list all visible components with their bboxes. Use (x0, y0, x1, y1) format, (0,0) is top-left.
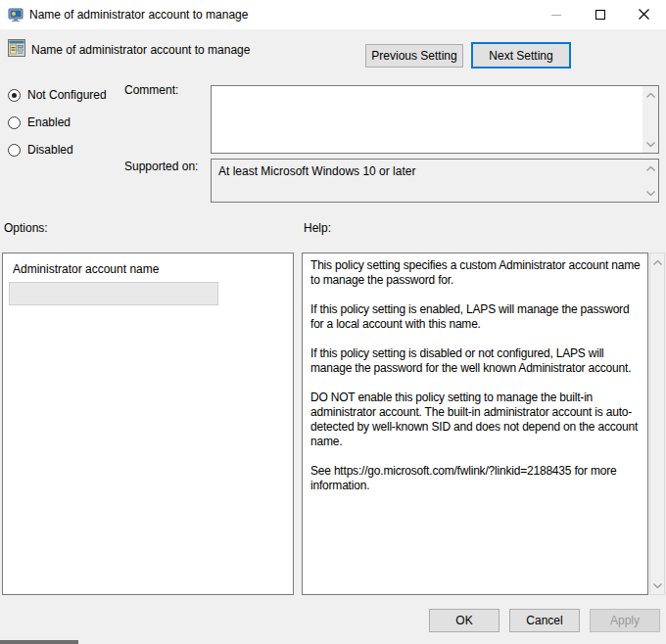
radio-label: Disabled (27, 143, 73, 157)
policy-setting-icon (8, 39, 25, 57)
minimize-button[interactable] (534, 0, 578, 29)
app-icon (8, 7, 24, 23)
help-label: Help: (304, 221, 331, 235)
comment-scrollbar[interactable] (642, 86, 658, 153)
options-label: Options: (4, 221, 48, 235)
radio-label: Enabled (27, 115, 71, 129)
minimize-icon (551, 15, 561, 16)
comment-label: Comment: (124, 83, 178, 97)
comment-box (211, 85, 659, 154)
admin-account-name-input[interactable] (9, 282, 218, 305)
cancel-button[interactable]: Cancel (509, 609, 580, 632)
apply-button[interactable]: Apply (590, 609, 660, 632)
scroll-up-icon[interactable] (642, 88, 658, 102)
radio-label: Not Configured (27, 88, 107, 102)
scroll-down-icon[interactable] (642, 186, 658, 200)
policy-setting-dialog: Name of administrator account to manage (0, 0, 666, 644)
scroll-up-icon[interactable] (649, 255, 665, 269)
ok-button[interactable]: OK (429, 609, 500, 632)
admin-account-name-label: Administrator account name (13, 262, 159, 276)
radio-icon (8, 89, 21, 102)
supported-scrollbar[interactable] (642, 160, 658, 202)
titlebar: Name of administrator account to manage (0, 0, 666, 29)
close-icon (639, 8, 649, 23)
radio-not-configured[interactable]: Not Configured (8, 88, 107, 102)
help-panel: This policy setting specifies a custom A… (302, 253, 648, 595)
scroll-down-icon[interactable] (649, 578, 665, 592)
close-button[interactable] (622, 0, 666, 29)
radio-icon (8, 144, 21, 157)
supported-on-label: Supported on: (124, 160, 198, 173)
maximize-icon (595, 10, 605, 20)
comment-textarea[interactable] (212, 86, 642, 153)
policy-name: Name of administrator account to manage (31, 41, 250, 59)
maximize-button[interactable] (578, 0, 622, 29)
scroll-up-icon[interactable] (642, 161, 658, 175)
next-setting-button[interactable]: Next Setting (471, 42, 571, 69)
supported-on-box: At least Microsoft Windows 10 or later (211, 159, 659, 203)
help-text: This policy setting specifies a custom A… (303, 253, 647, 498)
scroll-down-icon[interactable] (642, 137, 658, 151)
help-scrollbar[interactable] (649, 253, 665, 595)
window-title: Name of administrator account to manage (29, 0, 248, 29)
options-panel: Administrator account name (2, 253, 294, 595)
radio-icon (8, 116, 21, 129)
previous-setting-button[interactable]: Previous Setting (365, 44, 463, 68)
supported-on-value: At least Microsoft Windows 10 or later (212, 160, 642, 202)
radio-enabled[interactable]: Enabled (8, 115, 71, 129)
background-window-edge (0, 640, 78, 644)
radio-disabled[interactable]: Disabled (8, 143, 73, 157)
